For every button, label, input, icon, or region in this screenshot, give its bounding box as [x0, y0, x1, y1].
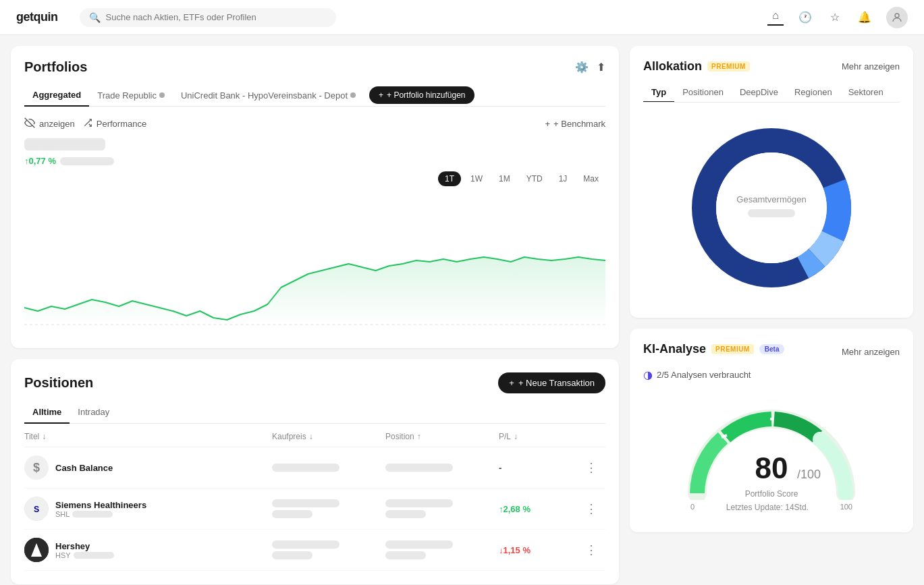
- time-selector: 1T 1W 1M YTD 1J Max: [438, 171, 605, 186]
- star-icon[interactable]: ☆: [827, 9, 843, 26]
- clock-icon[interactable]: 🕐: [797, 9, 813, 26]
- add-portfolio-button[interactable]: + + Portfolio hinzufügen: [369, 86, 474, 104]
- stock-ticker-siemens: SHL: [55, 510, 146, 518]
- allokation-header: Allokation PREMIUM Mehr anzeigen: [643, 59, 900, 74]
- allokation-card: Allokation PREMIUM Mehr anzeigen Typ Pos…: [630, 46, 913, 318]
- donut-svg: Gesamtvermögen: [684, 120, 859, 296]
- svg-text:S: S: [34, 505, 39, 514]
- portfolio-tabs: Aggregated Trade Republic UniCredit Bank…: [24, 84, 605, 107]
- portfolio-chart: [24, 200, 605, 335]
- position-cash: [385, 464, 493, 472]
- gauge-max: 100: [840, 503, 852, 512]
- more-button-siemens[interactable]: ⋮: [585, 501, 605, 516]
- tab-trade-republic[interactable]: Trade Republic: [89, 85, 173, 106]
- time-btn-1t[interactable]: 1T: [438, 171, 461, 186]
- main-layout: Portfolios ⚙️ ⬆ Aggregated Trade Republi…: [0, 35, 924, 585]
- time-btn-1m[interactable]: 1M: [492, 171, 517, 186]
- tab-typ[interactable]: Typ: [643, 83, 674, 103]
- share-icon[interactable]: ⬆: [597, 61, 605, 74]
- positionen-card: Positionen + + Neue Transaktion Alltime …: [11, 359, 619, 584]
- eye-slash-icon: [24, 117, 35, 130]
- portfolios-card: Portfolios ⚙️ ⬆ Aggregated Trade Republi…: [11, 46, 619, 348]
- gauge-svg: 80 /100 Portfolio Score: [684, 399, 859, 500]
- ki-analyse-title: KI-Analyse: [643, 342, 706, 356]
- siemens-logo: S: [24, 497, 49, 521]
- tab-intraday[interactable]: Intraday: [70, 401, 117, 423]
- tab-sektoren[interactable]: Sektoren: [840, 83, 892, 102]
- svg-text:80: 80: [755, 451, 788, 484]
- header: getquin 🔍 ⌂ 🕐 ☆ 🔔: [0, 0, 924, 35]
- donut-chart-container: Gesamtvermögen: [643, 113, 900, 304]
- pl-siemens: ↑2,68 %: [499, 504, 580, 514]
- gauge-update: Letztes Update: 14Std.: [726, 503, 809, 512]
- avatar[interactable]: [886, 7, 908, 28]
- donut-center: Gesamtvermögen: [684, 120, 859, 298]
- positionen-header: Positionen + + Neue Transaktion: [24, 372, 605, 393]
- ki-analyse-header: KI-Analyse PREMIUM Beta: [643, 342, 784, 356]
- search-bar[interactable]: 🔍: [80, 8, 336, 27]
- tab-alltime[interactable]: Alltime: [24, 401, 70, 424]
- more-button-cash[interactable]: ⋮: [585, 460, 605, 475]
- gauge-min: 0: [690, 503, 695, 512]
- plus-icon: +: [509, 378, 514, 388]
- stock-name-cash: Cash Balance: [55, 463, 113, 473]
- right-column: Allokation PREMIUM Mehr anzeigen Typ Pos…: [630, 46, 913, 584]
- time-btn-ytd[interactable]: YTD: [520, 171, 549, 186]
- show-label: anzeigen: [39, 119, 75, 129]
- table-row: $ Cash Balance - ⋮: [24, 447, 605, 489]
- tab-unicredit[interactable]: UniCredit Bank - HypoVereinsbank - Depot: [173, 85, 364, 106]
- col-position[interactable]: Position ↑: [385, 432, 493, 441]
- search-icon: 🔍: [89, 12, 101, 23]
- col-kaufpreis[interactable]: Kaufpreis ↓: [272, 432, 380, 441]
- time-btn-1j[interactable]: 1J: [552, 171, 574, 186]
- positionen-title: Positionen: [24, 375, 93, 391]
- portfolios-header: Portfolios ⚙️ ⬆: [24, 59, 605, 75]
- header-icons: ⌂ 🕐 ☆ 🔔: [767, 7, 908, 28]
- col-titel[interactable]: Titel ↓: [24, 432, 267, 441]
- ki-mehr-anzeigen[interactable]: Mehr anzeigen: [842, 347, 900, 357]
- tab-regionen[interactable]: Regionen: [786, 83, 840, 102]
- allokation-mehr-anzeigen[interactable]: Mehr anzeigen: [842, 61, 900, 72]
- sort-down-icon-3: ↓: [514, 432, 518, 441]
- kaufpreis-siemens: [272, 499, 380, 518]
- tab-aggregated[interactable]: Aggregated: [24, 84, 89, 107]
- search-input[interactable]: [106, 12, 327, 22]
- benchmark-button[interactable]: + + Benchmark: [545, 119, 605, 129]
- neue-transaktion-button[interactable]: + + Neue Transaktion: [498, 372, 605, 393]
- benchmark-label: + Benchmark: [553, 119, 605, 129]
- performance-row: anzeigen Performance + + Benchmark: [24, 117, 605, 130]
- tab-positionen[interactable]: Positionen: [674, 83, 732, 102]
- time-btn-max[interactable]: Max: [576, 171, 605, 186]
- chart-svg: [24, 200, 605, 335]
- allokation-tabs: Typ Positionen DeepDive Regionen Sektore…: [643, 83, 900, 103]
- stock-info-siemens: S Siemens Healthineers SHL: [24, 497, 267, 521]
- tab-deepdive[interactable]: DeepDive: [732, 83, 786, 102]
- stock-info-cash: $ Cash Balance: [24, 455, 267, 480]
- show-toggle[interactable]: anzeigen: [24, 117, 75, 130]
- table-header: Titel ↓ Kaufpreis ↓ Position ↑ P/L ↓: [24, 432, 605, 447]
- svg-point-13: [716, 152, 827, 263]
- more-button-hershey[interactable]: ⋮: [585, 542, 605, 557]
- performance-toggle[interactable]: Performance: [83, 118, 146, 130]
- allokation-title: Allokation PREMIUM: [643, 59, 750, 74]
- settings-icon[interactable]: ⚙️: [575, 61, 589, 74]
- ki-beta-badge: Beta: [759, 344, 785, 354]
- time-btn-1w[interactable]: 1W: [464, 171, 489, 186]
- shuffle-icon: [83, 118, 92, 130]
- kaufpreis-cash: [272, 464, 380, 472]
- tab-anlag[interactable]: Anlag: [892, 83, 900, 102]
- premium-badge: PREMIUM: [707, 61, 750, 72]
- logo: getquin: [16, 10, 58, 24]
- svg-text:Gesamtvermögen: Gesamtvermögen: [736, 194, 806, 204]
- ki-analyse-card: KI-Analyse PREMIUM Beta Mehr anzeigen ◑ …: [630, 329, 913, 532]
- home-icon[interactable]: ⌂: [767, 9, 784, 26]
- ki-analyses-count: ◑ 2/5 Analysen verbraucht: [643, 368, 900, 381]
- col-pl[interactable]: P/L ↓: [499, 432, 580, 441]
- table-row: S Siemens Healthineers SHL: [24, 489, 605, 530]
- bell-icon[interactable]: 🔔: [857, 9, 873, 26]
- sort-down-icon-2: ↓: [309, 432, 313, 441]
- position-hershey: [385, 540, 493, 559]
- ki-premium-badge: PREMIUM: [711, 344, 754, 354]
- portfolio-value-placeholder: ↑0,77 %: [24, 138, 605, 166]
- pl-cash: -: [499, 463, 580, 473]
